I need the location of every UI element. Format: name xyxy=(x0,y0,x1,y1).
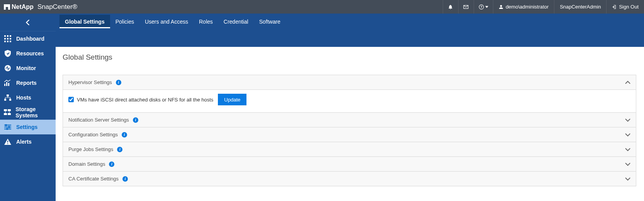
main-area: Global Settings Policies Users and Acces… xyxy=(56,14,644,201)
brand-company: NetApp xyxy=(12,3,34,10)
svg-rect-4 xyxy=(10,35,11,37)
tab-bar: Global Settings Policies Users and Acces… xyxy=(56,14,644,28)
svg-rect-16 xyxy=(4,99,6,101)
storage-icon xyxy=(4,108,11,116)
tab-label: Policies xyxy=(116,19,134,25)
sidebar-item-monitor[interactable]: Monitor xyxy=(0,61,56,76)
info-icon[interactable]: i xyxy=(116,80,121,85)
notifications-button[interactable] xyxy=(443,0,458,14)
tab-label: Global Settings xyxy=(65,19,105,25)
tab-users-and-access[interactable]: Users and Access xyxy=(139,15,194,28)
svg-rect-28 xyxy=(7,141,8,143)
info-icon[interactable]: i xyxy=(122,176,128,182)
chevron-down-icon xyxy=(625,148,630,151)
info-icon[interactable]: i xyxy=(109,161,114,167)
accordion-label: Purge Jobs Settings xyxy=(68,146,113,152)
update-button[interactable]: Update xyxy=(218,94,246,105)
sign-out-icon xyxy=(612,4,617,10)
brand: NetApp SnapCenter® xyxy=(0,3,77,11)
sliders-icon xyxy=(4,123,12,131)
sidebar-collapse-button[interactable] xyxy=(0,14,56,31)
caret-down-icon xyxy=(485,5,488,9)
accordion-label: Hypervisor Settings xyxy=(68,79,112,85)
tab-global-settings[interactable]: Global Settings xyxy=(59,15,110,28)
sidebar-item-hosts[interactable]: Hosts xyxy=(0,90,56,105)
svg-rect-27 xyxy=(7,128,8,130)
tab-label: Roles xyxy=(199,19,213,25)
accordion-header-notification[interactable]: Notification Server Settings i xyxy=(63,113,636,127)
accordion-label: Notification Server Settings xyxy=(68,117,129,123)
sidebar-item-label: Dashboard xyxy=(16,36,44,42)
svg-rect-15 xyxy=(7,94,9,96)
accordion-label: CA Certificate Settings xyxy=(68,176,119,182)
user-menu[interactable]: demo\administrator xyxy=(493,0,554,14)
tab-policies[interactable]: Policies xyxy=(110,15,139,28)
network-icon xyxy=(4,94,12,101)
accordion-header-domain[interactable]: Domain Settings i xyxy=(63,157,636,172)
svg-rect-3 xyxy=(7,35,8,37)
sidebar-item-storage-systems[interactable]: Storage Systems xyxy=(0,105,56,120)
svg-rect-9 xyxy=(7,41,8,42)
checkbox-label: VMs have iSCSI direct attached disks or … xyxy=(77,97,213,103)
sidebar-item-label: Reports xyxy=(16,80,37,86)
tab-label: Users and Access xyxy=(145,19,188,25)
netapp-logo-icon xyxy=(4,4,10,10)
shield-icon xyxy=(4,50,12,57)
accordion: Hypervisor Settings i VMs have iSCSI dir… xyxy=(63,75,636,186)
svg-rect-8 xyxy=(4,41,6,42)
svg-rect-6 xyxy=(7,38,8,40)
sidebar-item-dashboard[interactable]: Dashboard xyxy=(0,31,56,46)
tab-software[interactable]: Software xyxy=(254,15,286,28)
content-area: Global Settings Hypervisor Settings i VM… xyxy=(56,47,644,186)
sidebar-item-settings[interactable]: Settings xyxy=(0,120,56,134)
messages-button[interactable] xyxy=(458,0,474,14)
sidebar-item-alerts[interactable]: Alerts xyxy=(0,134,56,149)
sign-out-button[interactable]: Sign Out xyxy=(606,0,644,14)
svg-rect-14 xyxy=(8,83,9,86)
tab-label: Credential xyxy=(224,19,248,25)
tab-label: Software xyxy=(259,19,280,25)
envelope-icon xyxy=(463,5,469,9)
tab-credential[interactable]: Credential xyxy=(218,15,254,28)
role-label-button[interactable]: SnapCenterAdmin xyxy=(554,0,606,14)
alert-icon xyxy=(4,138,12,146)
sidebar-item-reports[interactable]: Reports xyxy=(0,76,56,90)
accordion-body-hypervisor: VMs have iSCSI direct attached disks or … xyxy=(63,90,636,113)
sidebar-item-label: Hosts xyxy=(16,94,31,101)
svg-rect-21 xyxy=(8,113,11,115)
accordion-label: Configuration Settings xyxy=(68,132,118,137)
user-label: demo\administrator xyxy=(506,4,549,10)
accordion-header-purge-jobs[interactable]: Purge Jobs Settings i xyxy=(63,142,636,157)
sub-header xyxy=(56,28,644,47)
svg-rect-13 xyxy=(6,82,7,86)
svg-rect-2 xyxy=(4,35,6,37)
svg-rect-26 xyxy=(8,126,10,128)
svg-rect-10 xyxy=(10,41,11,42)
accordion-header-configuration[interactable]: Configuration Settings i xyxy=(63,127,636,142)
page-title: Global Settings xyxy=(63,53,636,63)
chevron-down-icon xyxy=(625,118,630,122)
accordion-header-hypervisor[interactable]: Hypervisor Settings i xyxy=(63,75,636,90)
sidebar-item-resources[interactable]: Resources xyxy=(0,46,56,61)
info-icon[interactable]: i xyxy=(133,117,138,123)
info-icon[interactable]: i xyxy=(122,132,127,137)
svg-text:?: ? xyxy=(480,5,482,9)
help-menu[interactable]: ? xyxy=(474,0,493,14)
activity-icon xyxy=(4,64,12,72)
sidebar-item-label: Resources xyxy=(16,50,44,57)
brand-product: SnapCenter® xyxy=(37,3,77,11)
info-icon[interactable]: i xyxy=(117,147,122,152)
svg-rect-17 xyxy=(9,99,11,101)
accordion-header-ca-certificate[interactable]: CA Certificate Settings i xyxy=(63,172,636,186)
chevron-left-icon xyxy=(26,20,30,25)
svg-rect-29 xyxy=(7,143,8,144)
sidebar-item-label: Settings xyxy=(16,124,37,130)
role-label: SnapCenterAdmin xyxy=(560,4,601,10)
sidebar-item-label: Storage Systems xyxy=(15,106,56,119)
top-bar: NetApp SnapCenter® ? demo\administrator … xyxy=(0,0,644,14)
tab-roles[interactable]: Roles xyxy=(194,15,218,28)
sign-out-label: Sign Out xyxy=(619,4,639,10)
vms-iscsi-checkbox[interactable] xyxy=(68,97,74,102)
chevron-up-icon xyxy=(625,81,630,84)
svg-rect-19 xyxy=(8,109,11,111)
